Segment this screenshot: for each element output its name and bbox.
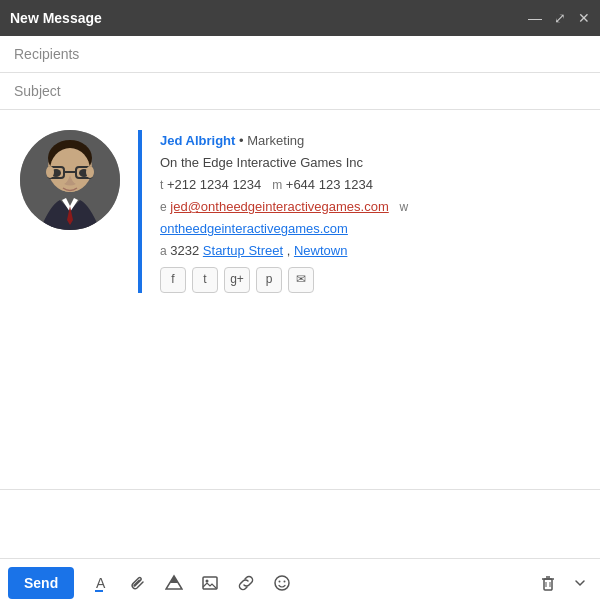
recipients-label: Recipients (14, 46, 84, 62)
subject-row: Subject (0, 73, 600, 110)
more-options-button[interactable] (568, 567, 592, 599)
main-content: Recipients Subject (0, 36, 600, 558)
sig-company: On the Edge Interactive Games Inc (160, 152, 580, 174)
avatar (20, 130, 120, 230)
svg-point-10 (86, 166, 94, 178)
sig-address-city-link[interactable]: Newtown (294, 243, 347, 258)
link-button[interactable] (230, 567, 262, 599)
format-text-button[interactable]: A (86, 567, 118, 599)
address-label: a (160, 244, 167, 258)
social-icons-row: f t g+ p ✉ (160, 267, 580, 293)
subject-label: Subject (14, 83, 84, 99)
sig-mobile: +644 123 1234 (286, 177, 373, 192)
facebook-icon[interactable]: f (160, 267, 186, 293)
recipients-input[interactable] (84, 46, 586, 62)
mobile-label: m (272, 178, 282, 192)
attachment-button[interactable] (122, 567, 154, 599)
sig-address-city: , (287, 243, 294, 258)
twitter-icon[interactable]: t (192, 267, 218, 293)
send-button[interactable]: Send (8, 567, 74, 599)
sig-name-row: Jed Albright • Marketing (160, 130, 580, 152)
sig-department: Marketing (247, 133, 304, 148)
body-area[interactable]: Jed Albright • Marketing On the Edge Int… (0, 110, 600, 490)
title-bar: New Message — ⤢ ✕ (0, 0, 600, 36)
subject-input[interactable] (84, 83, 586, 99)
svg-point-17 (275, 576, 289, 590)
delete-button[interactable] (532, 567, 564, 599)
signature-card: Jed Albright • Marketing On the Edge Int… (20, 130, 580, 293)
svg-point-9 (46, 166, 54, 178)
sig-email-row: e jed@ontheedgeinteractivegames.com w on… (160, 196, 580, 240)
website-label: w (400, 200, 409, 214)
sig-address-number: 3232 (170, 243, 199, 258)
emoji-button[interactable] (266, 567, 298, 599)
email-label: e (160, 200, 167, 214)
sig-phone-row: t +212 1234 1234 m +644 123 1234 (160, 174, 580, 196)
drive-button[interactable] (158, 567, 190, 599)
signature-divider (138, 130, 142, 293)
image-button[interactable] (194, 567, 226, 599)
window-controls: — ⤢ ✕ (528, 10, 590, 26)
sig-separator: • (239, 133, 247, 148)
svg-text:A: A (96, 575, 106, 591)
window-title: New Message (10, 10, 102, 26)
svg-point-18 (279, 580, 281, 582)
close-button[interactable]: ✕ (578, 10, 590, 26)
svg-rect-20 (544, 579, 552, 590)
compose-window: New Message — ⤢ ✕ Recipients Subject (0, 0, 600, 606)
expand-button[interactable]: ⤢ (554, 10, 566, 26)
recipients-row: Recipients (0, 36, 600, 73)
minimize-button[interactable]: — (528, 10, 542, 26)
sig-website-link[interactable]: ontheedgeinteractivegames.com (160, 221, 348, 236)
phone-label: t (160, 178, 163, 192)
sig-name-link[interactable]: Jed Albright (160, 133, 235, 148)
pinterest-icon[interactable]: p (256, 267, 282, 293)
sig-phone: +212 1234 1234 (167, 177, 261, 192)
svg-point-19 (284, 580, 286, 582)
googleplus-icon[interactable]: g+ (224, 267, 250, 293)
sig-email-link[interactable]: jed@ontheedgeinteractivegames.com (170, 199, 388, 214)
compose-toolbar: Send A (0, 558, 600, 606)
sig-address-street-link[interactable]: Startup Street (203, 243, 283, 258)
signature-info: Jed Albright • Marketing On the Edge Int… (160, 130, 580, 293)
sig-address-row: a 3232 Startup Street , Newtown (160, 240, 580, 262)
title-bar-left: New Message (10, 10, 102, 26)
svg-point-16 (206, 579, 209, 582)
email-social-icon[interactable]: ✉ (288, 267, 314, 293)
